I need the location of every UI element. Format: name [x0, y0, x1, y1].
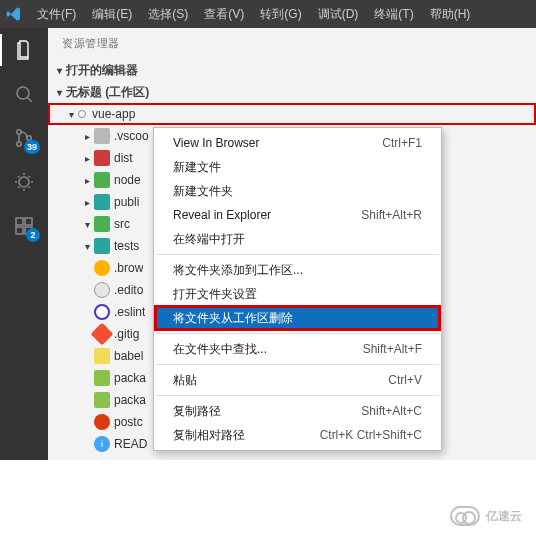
- file-icon: [94, 194, 110, 210]
- tree-item-label: postc: [114, 415, 143, 429]
- explorer-icon[interactable]: [10, 36, 38, 64]
- context-menu-item[interactable]: 复制相对路径Ctrl+K Ctrl+Shift+C: [155, 423, 440, 447]
- menu-separator: [156, 254, 439, 255]
- tree-item-label: node: [114, 173, 141, 187]
- context-menu-label: 打开文件夹设置: [173, 286, 257, 303]
- context-menu-label: 新建文件: [173, 159, 221, 176]
- tree-item-label: packa: [114, 371, 146, 385]
- context-menu-shortcut: Ctrl+F1: [382, 136, 422, 150]
- open-editors-label: 打开的编辑器: [66, 62, 138, 79]
- search-icon[interactable]: [10, 80, 38, 108]
- tree-root-vue-app[interactable]: ▾ vue-app: [48, 103, 536, 125]
- chevron-icon: ▸: [80, 175, 94, 186]
- context-menu-item[interactable]: 在文件夹中查找...Shift+Alt+F: [155, 337, 440, 361]
- menu-debug[interactable]: 调试(D): [311, 3, 366, 26]
- file-icon: [94, 370, 110, 386]
- menu-separator: [156, 364, 439, 365]
- context-menu-item[interactable]: 复制路径Shift+Alt+C: [155, 399, 440, 423]
- file-icon: [94, 260, 110, 276]
- chevron-down-icon: ▾: [52, 87, 66, 98]
- activity-bar: 39 2: [0, 28, 48, 460]
- chevron-icon: ▸: [80, 153, 94, 164]
- context-menu-label: View In Browser: [173, 136, 259, 150]
- file-icon: i: [94, 436, 110, 452]
- svg-point-1: [17, 130, 21, 134]
- tree-item-label: READ: [114, 437, 147, 451]
- scm-badge: 39: [24, 140, 40, 154]
- menu-file[interactable]: 文件(F): [30, 3, 83, 26]
- menu-selection[interactable]: 选择(S): [141, 3, 195, 26]
- tree-item-label: src: [114, 217, 130, 231]
- watermark-text: 亿速云: [486, 508, 522, 525]
- chevron-icon: ▾: [80, 219, 94, 230]
- context-menu-label: 将文件夹添加到工作区...: [173, 262, 303, 279]
- chevron-icon: ▸: [80, 131, 94, 142]
- context-menu-item[interactable]: 在终端中打开: [155, 227, 440, 251]
- chevron-down-icon: ▾: [52, 65, 66, 76]
- context-menu-item[interactable]: 新建文件夹: [155, 179, 440, 203]
- context-menu-label: 复制相对路径: [173, 427, 245, 444]
- scm-icon[interactable]: 39: [10, 124, 38, 152]
- menu-separator: [156, 395, 439, 396]
- svg-point-2: [17, 142, 21, 146]
- file-icon: [94, 326, 110, 342]
- menu-help[interactable]: 帮助(H): [423, 3, 478, 26]
- tree-item-label: .gitig: [114, 327, 139, 341]
- workspace-header[interactable]: ▾ 无标题 (工作区): [48, 81, 536, 103]
- context-menu-item[interactable]: 将文件夹从工作区删除: [155, 306, 440, 330]
- tree-item-label: dist: [114, 151, 133, 165]
- menu-goto[interactable]: 转到(G): [253, 3, 308, 26]
- file-icon: [94, 392, 110, 408]
- file-icon: [94, 304, 110, 320]
- tree-root-label: vue-app: [92, 107, 135, 121]
- file-icon: [94, 128, 110, 144]
- menu-edit[interactable]: 编辑(E): [85, 3, 139, 26]
- context-menu: View In BrowserCtrl+F1新建文件新建文件夹Reveal in…: [153, 127, 442, 451]
- svg-rect-6: [16, 227, 23, 234]
- context-menu-item[interactable]: View In BrowserCtrl+F1: [155, 131, 440, 155]
- svg-point-0: [17, 87, 29, 99]
- tree-item-label: babel: [114, 349, 143, 363]
- tree-item-label: .edito: [114, 283, 143, 297]
- tree-item-label: tests: [114, 239, 139, 253]
- file-icon: [94, 216, 110, 232]
- context-menu-item[interactable]: 打开文件夹设置: [155, 282, 440, 306]
- context-menu-shortcut: Ctrl+K Ctrl+Shift+C: [320, 428, 422, 442]
- context-menu-shortcut: Shift+Alt+C: [361, 404, 422, 418]
- extensions-icon[interactable]: 2: [10, 212, 38, 240]
- open-editors-header[interactable]: ▾ 打开的编辑器: [48, 59, 536, 81]
- context-menu-item[interactable]: 将文件夹添加到工作区...: [155, 258, 440, 282]
- context-menu-label: 新建文件夹: [173, 183, 233, 200]
- menu-separator: [156, 333, 439, 334]
- context-menu-label: 在文件夹中查找...: [173, 341, 267, 358]
- cloud-icon: [450, 506, 480, 526]
- watermark: 亿速云: [450, 506, 522, 526]
- context-menu-label: Reveal in Explorer: [173, 208, 271, 222]
- vscode-logo-icon: [6, 6, 22, 22]
- chevron-icon: ▸: [80, 197, 94, 208]
- chevron-down-icon: ▾: [64, 109, 78, 120]
- debug-icon[interactable]: [10, 168, 38, 196]
- context-menu-label: 粘贴: [173, 372, 197, 389]
- context-menu-item[interactable]: Reveal in ExplorerShift+Alt+R: [155, 203, 440, 227]
- svg-point-4: [19, 177, 29, 187]
- file-icon: [94, 282, 110, 298]
- chevron-icon: ▾: [80, 241, 94, 252]
- tree-item-label: .eslint: [114, 305, 145, 319]
- context-menu-item[interactable]: 粘贴Ctrl+V: [155, 368, 440, 392]
- context-menu-item[interactable]: 新建文件: [155, 155, 440, 179]
- context-menu-label: 将文件夹从工作区删除: [173, 310, 293, 327]
- tree-root-vue-demo[interactable]: ▸ vue-demo: [48, 455, 536, 460]
- menu-terminal[interactable]: 终端(T): [367, 3, 420, 26]
- context-menu-shortcut: Shift+Alt+R: [361, 208, 422, 222]
- tree-item-label: publi: [114, 195, 139, 209]
- context-menu-label: 复制路径: [173, 403, 221, 420]
- file-icon: [94, 414, 110, 430]
- menu-view[interactable]: 查看(V): [197, 3, 251, 26]
- file-icon: [94, 150, 110, 166]
- sidebar-title: 资源管理器: [48, 28, 536, 59]
- tree-sibling-label: vue-demo: [90, 459, 143, 460]
- workspace-label: 无标题 (工作区): [66, 84, 149, 101]
- extensions-badge: 2: [26, 228, 40, 242]
- context-menu-label: 在终端中打开: [173, 231, 245, 248]
